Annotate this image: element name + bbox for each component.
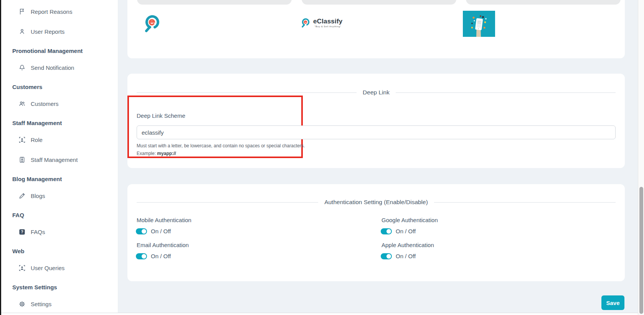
auth-column-right: Google Authentication On / Off Apple Aut… (381, 184, 612, 281)
sidebar-item-blogs[interactable]: Blogs (12, 192, 118, 200)
toggle-knob (142, 254, 146, 259)
question-square-icon: ? (18, 228, 25, 235)
scrollbar-track[interactable] (638, 0, 644, 315)
person-bounding-box-icon (18, 264, 25, 271)
eclassify-full-logo: eClassify "Buy & Sell Anything" (301, 18, 342, 30)
google-authentication-toggle[interactable] (381, 228, 392, 234)
deep-link-scheme-label: Deep Link Scheme (137, 112, 185, 119)
sidebar-item-staff-management[interactable]: Staff Management (12, 156, 118, 163)
example-prefix: Example: (137, 151, 157, 156)
upload-field-partial[interactable] (302, 0, 456, 5)
sidebar-section-label: FAQ (12, 212, 24, 218)
email-authentication-label: Email Authentication (137, 242, 189, 248)
sidebar-item-label: Blogs (31, 193, 45, 199)
auth-column-left: Mobile Authentication On / Off Email Aut… (137, 184, 367, 281)
email-authentication-switch-row: On / Off (136, 253, 171, 259)
sidebar-section-web: Web (12, 247, 118, 255)
sidebar-nav: Report Reasons User Reports Promotional … (1, 0, 118, 313)
svg-text:?: ? (21, 230, 23, 234)
toggle-state-text: On / Off (151, 253, 171, 259)
sidebar-item-label: Report Reasons (31, 8, 72, 15)
save-button[interactable]: Save (601, 295, 624, 310)
sidebar-item-label: Settings (31, 301, 51, 307)
sidebar-item-label: Customers (31, 101, 59, 107)
scrollbar-thumb[interactable] (639, 187, 643, 314)
google-authentication-label: Google Authentication (381, 217, 438, 223)
pencil-icon (18, 192, 25, 199)
sidebar-item-customers[interactable]: Customers (12, 100, 118, 107)
brand-name: eClassify (313, 18, 342, 25)
toggle-knob (142, 229, 146, 234)
eclassify-glass-logo-small (301, 18, 310, 30)
sidebar-section-blog-management: Blog Management (12, 175, 118, 183)
deep-link-example-text: Example: myapp:// (137, 151, 176, 156)
person-icon (18, 28, 25, 35)
bottom-edge-strip (1, 313, 638, 315)
sidebar-section-label: Blog Management (12, 176, 62, 182)
upload-field-partial[interactable] (466, 0, 621, 5)
sidebar-section-faq: FAQ (12, 211, 118, 219)
toggle-knob (386, 229, 391, 234)
toggle-knob (386, 254, 391, 259)
sidebar-section-label: System Settings (12, 284, 57, 290)
upload-field-partial[interactable] (137, 0, 292, 5)
eclassify-glass-logo (143, 14, 161, 38)
sidebar-item-label: Staff Management (31, 157, 78, 163)
sidebar-item-faqs[interactable]: ? FAQs (12, 228, 118, 236)
flag-icon (18, 8, 25, 15)
apple-authentication-switch-row: On / Off (381, 253, 416, 259)
sidebar-item-user-queries[interactable]: User Queries (12, 264, 118, 272)
mobile-authentication-label: Mobile Authentication (137, 217, 192, 223)
toggle-state-text: On / Off (396, 253, 416, 259)
email-authentication-toggle[interactable] (136, 253, 147, 259)
app-promo-image (463, 11, 495, 38)
mobile-authentication-toggle[interactable] (136, 228, 147, 234)
sidebar-section-label: Web (12, 248, 24, 254)
authentication-card: Authentication Setting (Enable/Disable) … (127, 184, 625, 281)
google-authentication-switch-row: On / Off (381, 228, 416, 234)
sidebar-item-label: Role (31, 137, 43, 143)
sidebar-item-label: Send Notification (31, 64, 74, 71)
sidebar-item-label: FAQs (31, 229, 45, 235)
sidebar-item-report-reasons[interactable]: Report Reasons (12, 8, 118, 15)
sidebar-item-role[interactable]: Role (12, 136, 118, 143)
logos-card: eClassify "Buy & Sell Anything" (127, 0, 625, 58)
sidebar-item-send-notification[interactable]: Send Notification (12, 64, 118, 71)
deep-link-section-title: Deep Link (137, 89, 616, 96)
person-badge-icon (18, 156, 25, 163)
deep-link-card: Deep Link Deep Link Scheme Must start wi… (127, 74, 625, 168)
apple-authentication-toggle[interactable] (381, 253, 392, 259)
sidebar-section-system-settings: System Settings (12, 283, 118, 291)
sidebar-item-label: User Queries (31, 265, 64, 271)
sidebar-item-user-reports[interactable]: User Reports (12, 28, 118, 35)
toggle-state-text: On / Off (151, 228, 171, 234)
section-title-text: Deep Link (363, 89, 390, 96)
person-bounding-box-icon (18, 136, 25, 143)
sidebar-section-customers: Customers (12, 83, 118, 91)
sidebar-section-staff-management: Staff Management (12, 119, 118, 127)
mobile-authentication-switch-row: On / Off (136, 228, 171, 234)
deep-link-helper-text: Must start with a letter, be lowercase, … (137, 143, 305, 148)
example-value: myapp:// (157, 151, 176, 156)
sidebar-item-settings[interactable]: Settings (12, 300, 118, 308)
brand-tagline: "Buy & Sell Anything" (315, 25, 341, 28)
gear-icon (18, 300, 25, 307)
sidebar-item-label: User Reports (31, 28, 64, 35)
sidebar-section-promotional-management: Promotional Management (12, 47, 118, 54)
people-icon (18, 100, 25, 107)
deep-link-scheme-input[interactable] (137, 125, 616, 139)
bell-icon (18, 64, 25, 71)
apple-authentication-label: Apple Authentication (381, 242, 434, 248)
toggle-state-text: On / Off (396, 228, 416, 234)
sidebar-section-label: Staff Management (12, 120, 62, 126)
sidebar-section-label: Promotional Management (12, 48, 83, 54)
sidebar-section-label: Customers (12, 84, 42, 90)
